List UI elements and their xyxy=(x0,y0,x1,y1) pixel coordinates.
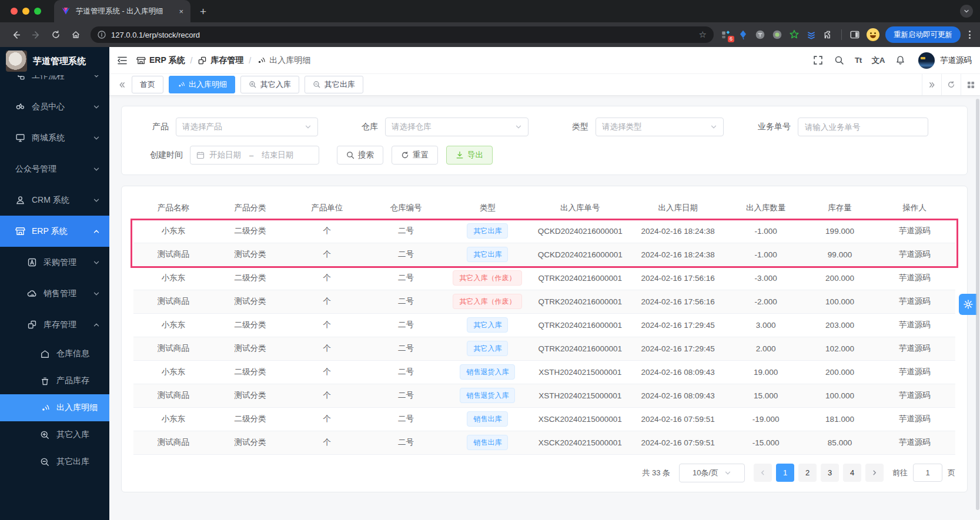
browser-update-button[interactable]: 重新启动即可更新 xyxy=(885,26,961,43)
sidebar-item-stock-in[interactable]: 其它入库 xyxy=(0,421,109,448)
browser-profile-avatar[interactable] xyxy=(867,28,879,41)
logo-image xyxy=(6,51,27,72)
sidebar-item-stock[interactable]: 库存管理 xyxy=(0,309,109,340)
product-select[interactable]: 请选择产品 xyxy=(176,118,318,136)
table-row[interactable]: 测试商品测试分类个二号其它入库QTRK202402160000012024-02… xyxy=(133,337,955,360)
sidebar-item-workflow[interactable]: 工作流程 xyxy=(0,75,109,91)
sidebar-item-crm[interactable]: CRM 系统 xyxy=(0,184,109,216)
user-name: 芋道源码 xyxy=(940,55,972,66)
page-3-button[interactable]: 3 xyxy=(821,464,839,482)
sidebar-item-warehouse[interactable]: 仓库信息 xyxy=(0,340,109,367)
table-row[interactable]: 小东东二级分类个二号其它入库（作废）QTRK202402160000012024… xyxy=(133,266,955,290)
goto-page-input[interactable] xyxy=(913,464,942,482)
fullscreen-icon[interactable] xyxy=(812,55,824,66)
app-logo[interactable]: 芋道管理系统 xyxy=(0,47,109,75)
breadcrumb-stock[interactable]: 库存管理 xyxy=(198,55,243,66)
extensions-puzzle-icon[interactable] xyxy=(823,29,834,40)
page-scrollbar[interactable] xyxy=(976,99,979,510)
sidebar-item-label: 采购管理 xyxy=(44,257,93,268)
sidebar-item-sales[interactable]: 销售管理 xyxy=(0,278,109,309)
close-window-button[interactable] xyxy=(11,8,18,15)
home-button[interactable] xyxy=(68,27,83,42)
sidebar-item-stock-record[interactable]: 出入库明细 xyxy=(0,394,109,421)
bookmark-star-icon[interactable]: ☆ xyxy=(699,29,707,40)
sidebar-item-member[interactable]: 会员中心 xyxy=(0,91,109,122)
extension-balloon-icon[interactable] xyxy=(738,29,748,40)
back-button[interactable] xyxy=(8,27,24,42)
site-info-icon[interactable] xyxy=(98,31,106,39)
extension-green-dot-icon[interactable] xyxy=(772,29,782,40)
font-size-icon[interactable]: Tt xyxy=(855,56,862,65)
page-1-button[interactable]: 1 xyxy=(776,464,794,482)
extension-chevrons-icon[interactable] xyxy=(806,29,817,40)
tab-home[interactable]: 首页 xyxy=(132,76,163,93)
tab-stock-out[interactable]: 其它出库 xyxy=(305,76,363,93)
sidebar-item-stock-out[interactable]: 其它出库 xyxy=(0,448,109,475)
type-badge: 其它入库 xyxy=(467,341,508,356)
table-row[interactable]: 测试商品测试分类个二号其它出库QCKD202402160000012024-02… xyxy=(133,243,955,266)
sidebar-item-label: 工作流程 xyxy=(32,75,93,81)
tab-search-button[interactable] xyxy=(960,5,973,18)
cell-stock: 102.000 xyxy=(806,337,874,360)
cell-product-category: 二级分类 xyxy=(213,407,287,431)
tags-scroll-right-icon[interactable] xyxy=(922,74,941,95)
browser-tab[interactable]: 芋道管理系统 - 出入库明细 × xyxy=(54,0,190,22)
tab-stock-record[interactable]: 出入库明细 xyxy=(169,76,235,93)
search-icon[interactable] xyxy=(834,55,845,66)
sidebar-item-purchase[interactable]: 采购管理 xyxy=(0,247,109,278)
table-row[interactable]: 小东东二级分类个二号销售退货入库XSTH202402150000012024-0… xyxy=(133,360,955,384)
refresh-page-icon[interactable] xyxy=(941,74,961,95)
table-row[interactable]: 测试商品测试分类个二号销售退货入库XSTH202402150000012024-… xyxy=(133,384,955,407)
tab-close-icon[interactable]: × xyxy=(179,8,183,15)
sidebar-item-label: 库存管理 xyxy=(44,320,93,330)
page-4-button[interactable]: 4 xyxy=(843,464,861,482)
tag-bar: 首页出入库明细其它入库其它出库 xyxy=(109,73,980,96)
next-page-button[interactable] xyxy=(865,464,884,482)
tags-scroll-left-icon[interactable] xyxy=(114,77,129,92)
table-row[interactable]: 小东东二级分类个二号销售出库XSCK202402150000012024-02-… xyxy=(133,407,955,431)
settings-fab[interactable] xyxy=(959,294,977,315)
extension-gray-circle-icon[interactable] xyxy=(755,29,765,40)
bell-icon[interactable] xyxy=(895,55,906,66)
new-tab-button[interactable]: + xyxy=(200,6,206,17)
prev-page-button[interactable] xyxy=(754,464,772,482)
address-bar[interactable]: 127.0.0.1/erp/stock/record ☆ xyxy=(91,26,714,43)
warehouse-select[interactable]: 请选择仓库 xyxy=(385,118,529,136)
chevron-down-icon xyxy=(515,123,522,130)
table-row[interactable]: 测试商品测试分类个二号其它入库（作废）QTRK20240216000001202… xyxy=(133,290,955,313)
type-select[interactable]: 请选择类型 xyxy=(596,118,724,136)
breadcrumb-erp[interactable]: ERP 系统 xyxy=(136,55,185,66)
sidebar-item-product-stock[interactable]: 产品库存 xyxy=(0,367,109,394)
bizno-input[interactable] xyxy=(798,118,928,136)
breadcrumb: ERP 系统 / 库存管理 / 出入库明细 xyxy=(136,55,812,66)
reset-button[interactable]: 重置 xyxy=(392,146,438,165)
browser-menu-icon[interactable] xyxy=(965,31,974,39)
export-button[interactable]: 导出 xyxy=(446,146,493,165)
minimize-window-button[interactable] xyxy=(22,8,29,15)
page-size-select[interactable]: 10条/页 xyxy=(679,464,745,482)
layout-grid-icon[interactable] xyxy=(961,74,980,95)
sidebar-item-mall[interactable]: 商城系统 xyxy=(0,122,109,153)
maximize-window-button[interactable] xyxy=(34,8,41,15)
table-row[interactable]: 小东东二级分类个二号其它入库QTRK202402160000012024-02-… xyxy=(133,313,955,337)
forward-button[interactable] xyxy=(28,27,44,42)
side-panel-icon[interactable] xyxy=(849,29,860,40)
locale-icon[interactable]: 文A xyxy=(872,55,885,66)
search-button[interactable]: 搜索 xyxy=(337,146,383,165)
cell-stock: 200.000 xyxy=(806,360,874,384)
reload-button[interactable] xyxy=(48,27,63,42)
user-menu[interactable]: 芋道源码 xyxy=(918,52,972,69)
sidebar-item-mp[interactable]: 公众号管理 xyxy=(0,153,109,184)
page-2-button[interactable]: 2 xyxy=(798,464,817,482)
extension-blocks-icon[interactable]: 6 xyxy=(721,29,731,40)
collapse-menu-icon[interactable] xyxy=(116,55,128,66)
table-row[interactable]: 测试商品测试分类个二号销售出库XSCK202402150000012024-02… xyxy=(133,431,955,454)
sidebar-item-erp[interactable]: ERP 系统 xyxy=(0,216,109,247)
download-icon xyxy=(456,151,464,159)
date-range-input[interactable]: 开始日期 – 结束日期 xyxy=(190,146,319,165)
extension-star-icon[interactable] xyxy=(789,29,800,40)
table-row[interactable]: 小东东二级分类个二号其它出库QCKD202402160000012024-02-… xyxy=(133,219,955,243)
breadcrumb-record: 出入库明细 xyxy=(256,55,310,66)
cell-stock: 85.000 xyxy=(806,431,874,454)
tab-stock-in[interactable]: 其它入库 xyxy=(240,76,299,93)
